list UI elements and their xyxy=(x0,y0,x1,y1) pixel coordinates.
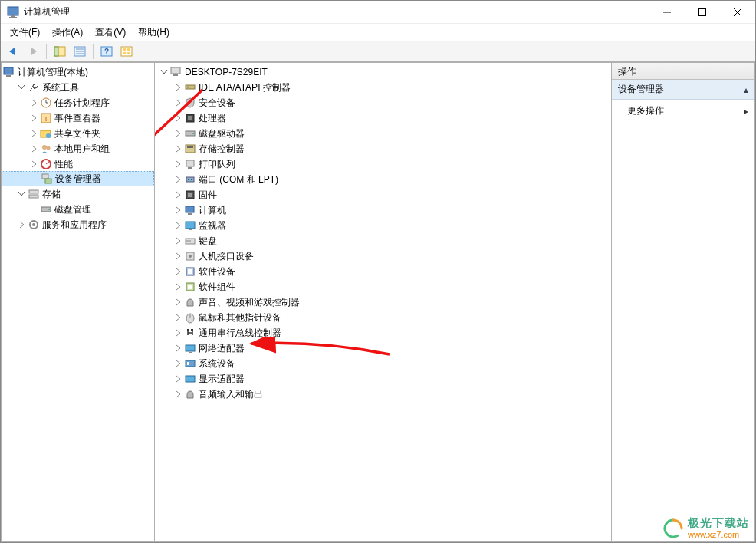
tree-label: 计算机 xyxy=(199,204,226,217)
category-icon xyxy=(184,112,196,124)
tree-node-storage[interactable]: 存储 xyxy=(2,186,154,202)
device-tree-pane[interactable]: DESKTOP-7S29EIT IDE ATA/ATAPI 控制器安全设备处理器… xyxy=(154,62,611,542)
tree-node-performance[interactable]: 性能 xyxy=(2,156,154,172)
device-category[interactable]: 固件 xyxy=(155,187,611,202)
svg-rect-74 xyxy=(187,329,189,331)
tree-node-system-tools[interactable]: 系统工具 xyxy=(2,80,154,95)
collapse-icon[interactable] xyxy=(15,81,28,94)
tree-label: 设备管理器 xyxy=(55,173,101,186)
menu-action[interactable]: 操作(A) xyxy=(46,25,89,41)
tree-node-task-scheduler[interactable]: 任务计划程序 xyxy=(2,95,154,110)
expand-icon[interactable] xyxy=(172,342,184,354)
tree-label: 存储控制器 xyxy=(199,143,245,156)
expand-icon[interactable] xyxy=(172,81,184,94)
tree-node-shared-folders[interactable]: 共享文件夹 xyxy=(2,126,154,141)
maximize-button[interactable] xyxy=(685,1,720,24)
expand-icon[interactable] xyxy=(172,281,184,293)
device-category[interactable]: 安全设备 xyxy=(155,95,611,110)
device-category[interactable]: IDE ATA/ATAPI 控制器 xyxy=(155,80,611,95)
expand-icon[interactable] xyxy=(172,189,184,201)
category-icon xyxy=(184,97,196,109)
collapse-icon[interactable] xyxy=(15,188,28,200)
device-category[interactable]: 鼠标和其他指针设备 xyxy=(155,310,611,325)
device-category[interactable]: 系统设备 xyxy=(155,356,611,371)
device-category[interactable]: 打印队列 xyxy=(155,156,611,172)
expand-icon[interactable] xyxy=(172,204,184,216)
tree-node-services[interactable]: 服务和应用程序 xyxy=(2,217,154,232)
expand-icon[interactable] xyxy=(172,265,184,278)
svg-rect-76 xyxy=(186,345,195,351)
tree-node-local-users[interactable]: 本地用户和组 xyxy=(2,141,154,156)
expand-icon[interactable] xyxy=(28,158,40,170)
expand-icon[interactable] xyxy=(172,296,184,308)
svg-rect-49 xyxy=(186,145,195,153)
device-category[interactable]: 计算机 xyxy=(155,202,611,218)
tree-label: 声音、视频和游戏控制器 xyxy=(199,296,300,309)
expand-icon[interactable] xyxy=(172,235,184,247)
expand-icon[interactable] xyxy=(172,173,184,186)
no-expander xyxy=(28,173,41,185)
expand-icon[interactable] xyxy=(28,112,40,124)
show-hide-tree-button[interactable] xyxy=(51,43,69,60)
expand-icon[interactable] xyxy=(172,97,184,109)
expand-icon[interactable] xyxy=(28,127,40,140)
expand-icon[interactable] xyxy=(28,97,40,109)
device-mgr-icon xyxy=(41,173,53,185)
device-category[interactable]: 通用串行总线控制器 xyxy=(155,325,611,341)
svg-rect-75 xyxy=(191,329,193,331)
svg-rect-8 xyxy=(54,47,58,56)
expand-icon[interactable] xyxy=(172,112,184,124)
menu-file[interactable]: 文件(F) xyxy=(4,25,46,41)
minimize-button[interactable] xyxy=(649,1,685,24)
device-category[interactable]: 端口 (COM 和 LPT) xyxy=(155,172,611,187)
tree-node-disk-mgmt[interactable]: 磁盘管理 xyxy=(2,202,154,217)
device-root[interactable]: DESKTOP-7S29EIT xyxy=(155,64,611,80)
close-button[interactable] xyxy=(720,1,755,24)
expand-icon[interactable] xyxy=(172,357,184,370)
actions-context[interactable]: 设备管理器 ▴ xyxy=(612,80,754,100)
menu-help[interactable]: 帮助(H) xyxy=(132,25,176,41)
tree-node-device-manager[interactable]: 设备管理器 xyxy=(2,171,154,186)
devices-button[interactable] xyxy=(117,43,136,60)
expand-icon[interactable] xyxy=(172,373,184,385)
expand-icon[interactable] xyxy=(15,219,28,231)
device-category[interactable]: 声音、视频和游戏控制器 xyxy=(155,295,611,310)
device-category[interactable]: 处理器 xyxy=(155,110,611,126)
properties-button[interactable] xyxy=(71,43,89,60)
device-category[interactable]: 键盘 xyxy=(155,233,611,248)
tree-label: 事件查看器 xyxy=(54,112,100,125)
expand-icon[interactable] xyxy=(172,219,184,232)
device-category[interactable]: 磁盘驱动器 xyxy=(155,126,611,141)
device-category[interactable]: 显示适配器 xyxy=(155,371,611,387)
more-actions[interactable]: 更多操作 ▸ xyxy=(612,100,754,122)
tree-node-root[interactable]: 计算机管理(本地) xyxy=(2,64,154,80)
nav-forward-button[interactable] xyxy=(24,43,42,60)
tree-node-event-viewer[interactable]: ! 事件查看器 xyxy=(2,110,154,126)
expand-icon[interactable] xyxy=(172,158,184,170)
tree-label: 共享文件夹 xyxy=(54,127,100,140)
expand-icon[interactable] xyxy=(172,311,184,324)
help-button[interactable]: ? xyxy=(97,43,116,60)
category-icon xyxy=(184,342,196,354)
device-category[interactable]: 监视器 xyxy=(155,218,611,233)
navigation-tree-pane[interactable]: 计算机管理(本地) 系统工具 任务计划程序 ! 事件查看器 共享文件夹 xyxy=(1,62,154,542)
device-category[interactable]: 软件组件 xyxy=(155,279,611,295)
expand-icon[interactable] xyxy=(172,143,184,155)
tree-label: 打印队列 xyxy=(199,158,235,171)
device-category[interactable]: 网络适配器 xyxy=(155,341,611,356)
collapse-icon: ▴ xyxy=(744,84,748,95)
device-category[interactable]: 存储控制器 xyxy=(155,141,611,156)
expand-icon[interactable] xyxy=(172,327,184,339)
device-category[interactable]: 软件设备 xyxy=(155,264,611,279)
expand-icon[interactable] xyxy=(172,250,184,262)
device-tree: DESKTOP-7S29EIT IDE ATA/ATAPI 控制器安全设备处理器… xyxy=(155,63,611,403)
expand-icon[interactable] xyxy=(172,388,184,400)
collapse-icon[interactable] xyxy=(158,66,170,78)
menu-view[interactable]: 查看(V) xyxy=(89,25,132,41)
device-category[interactable]: 人机接口设备 xyxy=(155,248,611,264)
expand-icon[interactable] xyxy=(28,143,40,155)
device-category[interactable]: 音频输入和输出 xyxy=(155,387,611,402)
svg-rect-1 xyxy=(11,15,15,17)
nav-back-button[interactable] xyxy=(4,43,22,60)
expand-icon[interactable] xyxy=(172,127,184,140)
